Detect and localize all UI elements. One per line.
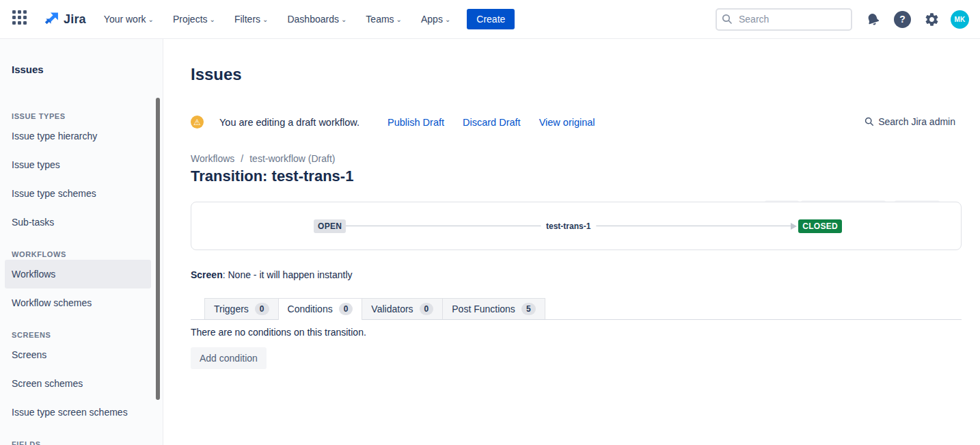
nav-menu-filters[interactable]: Filters⌄ <box>228 10 275 29</box>
discard-draft-link[interactable]: Discard Draft <box>463 117 521 128</box>
tab-count-badge: 0 <box>339 303 353 315</box>
status-open-badge[interactable]: OPEN <box>314 219 346 233</box>
app-switcher-icon[interactable] <box>12 10 30 28</box>
chevron-down-icon: ⌄ <box>396 16 402 23</box>
top-nav: Jira Your work⌄Projects⌄Filters⌄Dashboar… <box>0 0 980 39</box>
sidebar-section: WORKFLOWS WorkflowsWorkflow schemes <box>0 250 163 317</box>
transition-diagram: OPEN test-trans-1 CLOSED <box>191 202 962 250</box>
breadcrumb-workflows-link[interactable]: Workflows <box>191 153 234 164</box>
sidebar-item-issue-types[interactable]: Issue types <box>0 150 151 179</box>
jira-logo[interactable]: Jira <box>42 11 86 28</box>
sidebar-item-sub-tasks[interactable]: Sub-tasks <box>0 208 151 237</box>
sidebar-section: FIELDS <box>0 440 163 445</box>
tab-count-badge: 5 <box>521 303 536 315</box>
sidebar-scrollbar[interactable] <box>156 98 160 400</box>
help-icon[interactable]: ? <box>894 11 911 28</box>
chevron-down-icon: ⌄ <box>445 16 450 23</box>
transition-label[interactable]: test-trans-1 <box>541 221 596 231</box>
status-closed-badge[interactable]: CLOSED <box>798 219 842 233</box>
sidebar-section-label: FIELDS <box>12 440 152 445</box>
sidebar-item-screens[interactable]: Screens <box>0 340 151 369</box>
create-button[interactable]: Create <box>467 9 515 29</box>
tab-conditions[interactable]: Conditions 0 <box>278 298 363 320</box>
draft-banner: ⚠ You are editing a draft workflow. Publ… <box>191 116 962 129</box>
sidebar-item-issue-type-hierarchy[interactable]: Issue type hierarchy <box>0 122 151 150</box>
empty-conditions-message: There are no conditions on this transiti… <box>191 327 962 338</box>
nav-menu-projects[interactable]: Projects⌄ <box>166 10 222 29</box>
screen-info-value: : None - it will happen instantly <box>223 269 353 280</box>
tab-post-functions[interactable]: Post Functions 5 <box>442 298 545 319</box>
breadcrumb-current: test-workflow (Draft) <box>249 153 335 164</box>
warning-icon: ⚠ <box>191 116 204 129</box>
global-search <box>716 8 852 31</box>
transition-line: test-trans-1 <box>346 226 791 226</box>
sidebar-item-workflows[interactable]: Workflows <box>5 260 151 288</box>
page-title: Issues <box>191 65 962 84</box>
tab-count-badge: 0 <box>255 303 269 315</box>
app-name: Jira <box>64 12 86 27</box>
nav-menu-teams[interactable]: Teams⌄ <box>359 10 409 29</box>
nav-menu-dashboards[interactable]: Dashboards⌄ <box>280 10 353 29</box>
breadcrumb-separator: / <box>241 153 243 164</box>
chevron-down-icon: ⌄ <box>341 16 346 23</box>
arrow-head-icon <box>791 223 797 230</box>
tab-triggers[interactable]: Triggers 0 <box>204 298 279 319</box>
draft-banner-actions: Publish DraftDiscard DraftView original <box>369 117 595 128</box>
transition-tabs: Triggers 0 Conditions 0 Validators 0 Pos… <box>191 298 962 320</box>
chevron-down-icon: ⌄ <box>210 16 215 23</box>
chevron-down-icon: ⌄ <box>148 16 154 23</box>
breadcrumb: Workflows / test-workflow (Draft) <box>191 153 962 164</box>
publish-draft-link[interactable]: Publish Draft <box>387 117 444 128</box>
nav-menu-your-work[interactable]: Your work⌄ <box>97 10 161 29</box>
sidebar-item-screen-schemes[interactable]: Screen schemes <box>0 369 151 398</box>
transition-title: Transition: test-trans-1 <box>191 167 962 185</box>
sidebar-section: ISSUE TYPES Issue type hierarchyIssue ty… <box>0 112 163 237</box>
sidebar-title: Issues <box>12 64 152 75</box>
add-condition-button[interactable]: Add condition <box>191 347 267 369</box>
search-input[interactable] <box>716 8 852 31</box>
main-content: Issues Search Jira admin ⚠ You are editi… <box>163 39 980 445</box>
sidebar-section-label: WORKFLOWS <box>12 250 152 260</box>
sidebar-item-issue-type-schemes[interactable]: Issue type schemes <box>0 179 151 208</box>
tab-count-badge: 0 <box>420 303 434 315</box>
search-jira-admin-link[interactable]: Search Jira admin <box>865 116 955 127</box>
view-original-link[interactable]: View original <box>539 117 595 128</box>
nav-menus: Your work⌄Projects⌄Filters⌄Dashboards⌄Te… <box>97 10 463 29</box>
magnifier-icon <box>865 117 874 126</box>
sidebar-section-label: ISSUE TYPES <box>12 112 152 122</box>
tab-validators[interactable]: Validators 0 <box>362 298 443 319</box>
sidebar-item-workflow-schemes[interactable]: Workflow schemes <box>0 288 151 317</box>
jira-logo-icon <box>42 11 59 28</box>
sidebar-section: SCREENS ScreensScreen schemesIssue type … <box>0 331 163 427</box>
admin-sidebar: Issues ISSUE TYPES Issue type hierarchyI… <box>0 39 163 445</box>
notifications-bell-icon[interactable] <box>863 10 883 29</box>
nav-menu-apps[interactable]: Apps⌄ <box>414 10 457 29</box>
screen-info-label: Screen <box>191 269 223 280</box>
draft-banner-message: You are editing a draft workflow. <box>219 117 359 128</box>
chevron-down-icon: ⌄ <box>262 16 268 23</box>
search-icon <box>722 14 733 27</box>
screen-info: Screen: None - it will happen instantly <box>191 269 962 280</box>
user-avatar[interactable]: MK <box>951 10 969 29</box>
sidebar-section-label: SCREENS <box>12 331 152 340</box>
settings-gear-icon[interactable] <box>924 12 940 27</box>
sidebar-item-issue-type-screen-schemes[interactable]: Issue type screen schemes <box>0 398 151 427</box>
